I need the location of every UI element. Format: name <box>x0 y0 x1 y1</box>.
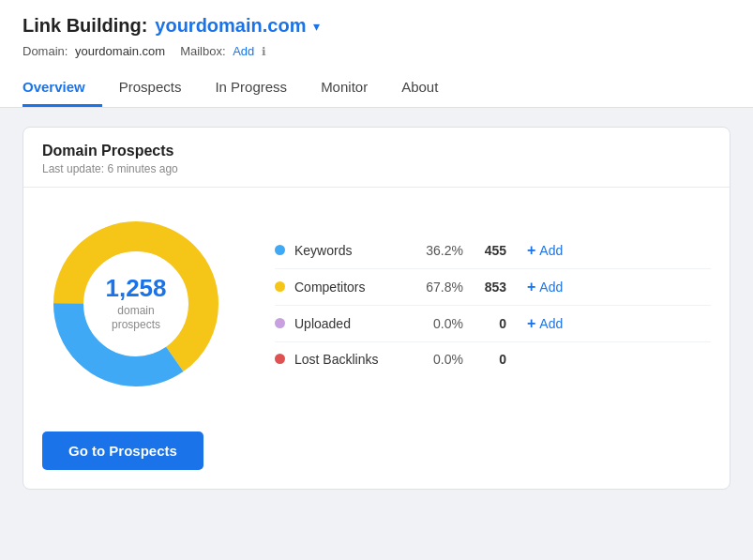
domain-prospects-card: Domain Prospects Last update: 6 minutes … <box>23 127 730 490</box>
keywords-pct: 36.2% <box>416 243 463 258</box>
keywords-add-plus: + <box>527 242 535 259</box>
card-footer: Go to Prospects <box>23 420 730 489</box>
competitors-count: 853 <box>473 280 506 295</box>
tab-overview[interactable]: Overview <box>23 69 102 107</box>
page-title-prefix: Link Building: <box>23 15 147 37</box>
card-title: Domain Prospects <box>42 143 711 159</box>
tab-prospects[interactable]: Prospects <box>102 69 199 107</box>
competitors-pct: 67.8% <box>416 280 463 295</box>
domain-value: yourdomain.com <box>75 44 165 58</box>
competitors-add-plus: + <box>527 279 535 295</box>
tab-about[interactable]: About <box>384 69 455 107</box>
lost-backlinks-dot <box>275 354 285 364</box>
tab-monitor[interactable]: Monitor <box>304 69 384 107</box>
meta-row: Domain: yourdomain.com Mailbox: Add ℹ <box>23 44 730 58</box>
card-body: 1,258 domain prospects Keywords 36.2% 45… <box>23 188 730 420</box>
uploaded-name: Uploaded <box>294 316 407 331</box>
chevron-down-icon[interactable]: ▾ <box>313 19 320 34</box>
donut-number: 1,258 <box>105 275 166 302</box>
keywords-name: Keywords <box>294 243 407 258</box>
legend-row-competitors: Competitors 67.8% 853 + Add <box>275 269 711 306</box>
keywords-add: + Add <box>527 242 563 259</box>
keywords-add-link[interactable]: Add <box>539 243 563 258</box>
donut-chart: 1,258 domain prospects <box>42 210 230 398</box>
legend-row-lost-backlinks: Lost Backlinks 0.0% 0 <box>275 342 711 376</box>
donut-label: domain prospects <box>105 304 166 333</box>
lost-backlinks-pct: 0.0% <box>416 352 463 367</box>
keywords-dot <box>275 245 285 255</box>
lost-backlinks-name: Lost Backlinks <box>294 352 407 367</box>
uploaded-count: 0 <box>473 316 506 331</box>
keywords-count: 455 <box>473 243 506 258</box>
lost-backlinks-count: 0 <box>473 352 506 367</box>
competitors-add: + Add <box>527 279 563 295</box>
info-icon[interactable]: ℹ <box>262 45 266 58</box>
competitors-dot <box>275 281 285 292</box>
mailbox-section: Mailbox: Add ℹ <box>180 44 266 58</box>
uploaded-add: + Add <box>527 315 563 332</box>
go-to-prospects-button[interactable]: Go to Prospects <box>42 431 203 470</box>
legend-table: Keywords 36.2% 455 + Add Competitors 67.… <box>275 233 711 376</box>
mailbox-label-text: Mailbox: <box>180 44 225 58</box>
card-subtitle: Last update: 6 minutes ago <box>42 162 711 175</box>
uploaded-dot <box>275 318 285 328</box>
competitors-add-link[interactable]: Add <box>539 280 563 295</box>
top-bar: Link Building: yourdomain.com ▾ Domain: … <box>0 0 753 108</box>
main-content: Domain Prospects Last update: 6 minutes … <box>0 108 753 560</box>
tab-in-progress[interactable]: In Progress <box>198 69 304 107</box>
legend-row-uploaded: Uploaded 0.0% 0 + Add <box>275 306 711 342</box>
page-title-domain[interactable]: yourdomain.com <box>155 15 306 37</box>
domain-label-text: Domain: <box>23 44 68 58</box>
title-row: Link Building: yourdomain.com ▾ <box>23 15 730 37</box>
competitors-name: Competitors <box>294 280 407 295</box>
donut-center: 1,258 domain prospects <box>105 275 166 333</box>
legend-row-keywords: Keywords 36.2% 455 + Add <box>275 233 711 269</box>
domain-label: Domain: yourdomain.com <box>23 44 165 58</box>
uploaded-pct: 0.0% <box>416 316 463 331</box>
uploaded-add-link[interactable]: Add <box>539 316 563 331</box>
mailbox-add-link[interactable]: Add <box>233 44 254 58</box>
uploaded-add-plus: + <box>527 315 535 332</box>
card-header: Domain Prospects Last update: 6 minutes … <box>23 128 730 188</box>
nav-tabs: Overview Prospects In Progress Monitor A… <box>23 69 730 107</box>
